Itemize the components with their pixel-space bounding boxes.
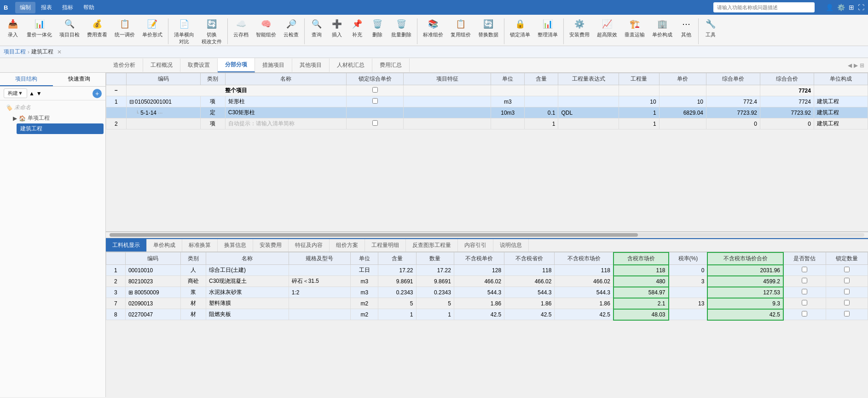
bottom-tab-feature-content[interactable]: 特征及内容 bbox=[289, 239, 330, 252]
sidebar-tab-quick-query[interactable]: 快速查询 bbox=[53, 73, 106, 86]
cell-unit-sub: 10m3 bbox=[491, 107, 525, 118]
bottom-table-container[interactable]: 编码 类别 名称 规格及型号 单位 含量 数量 不含税单价 不含税省价 不含税市… bbox=[106, 252, 868, 398]
tool-unit-compose[interactable]: 🏢 单价构成 bbox=[649, 17, 675, 39]
tab-nav-right[interactable]: ▶ bbox=[854, 62, 858, 69]
bcell-qty-3: 0.2343 bbox=[416, 287, 454, 298]
bottom-row-1[interactable]: 1 00010010 人 综合工日(土建) 工日 17.22 17.22 128… bbox=[106, 265, 868, 276]
lock-checkbox-1[interactable] bbox=[372, 98, 378, 104]
tool-tools[interactable]: 🔧 工具 bbox=[701, 17, 720, 39]
tool-batch-delete[interactable]: 🗑️ 批量删除 bbox=[388, 17, 414, 39]
bottom-tab-unit-compose[interactable]: 单价构成 bbox=[147, 239, 182, 252]
est-checkbox-8[interactable] bbox=[802, 311, 807, 316]
menu-edit[interactable]: 编制 bbox=[15, 2, 35, 13]
tool-sort-clear[interactable]: 📊 整理清单 bbox=[535, 17, 561, 39]
bottom-tab-calc-info[interactable]: 换算信息 bbox=[218, 239, 253, 252]
sidebar-btn-build[interactable]: 构建▼ bbox=[4, 88, 27, 98]
tree-item-construction[interactable]: 建筑工程 bbox=[17, 123, 104, 134]
est-checkbox-3[interactable] bbox=[802, 289, 807, 294]
tab-fee-summary[interactable]: 费用汇总 bbox=[372, 59, 410, 72]
bottom-row-3[interactable]: 3 ⊞ 80050009 浆 水泥抹灰砂浆 1:2 m3 0.2343 0.23… bbox=[106, 287, 868, 298]
tool-check[interactable]: 🔍 项目目检 bbox=[57, 17, 82, 39]
tool-list-orient[interactable]: 📄 清单横向对比 bbox=[171, 17, 197, 46]
locked-checkbox-3[interactable] bbox=[844, 289, 850, 294]
main-table-container[interactable]: 编码 类别 名称 锁定综合单价 项目特征 单位 含量 工程量表达式 工程量 单价… bbox=[106, 73, 868, 232]
est-checkbox-1[interactable] bbox=[802, 267, 807, 272]
breadcrumb-project[interactable]: 项目工程 bbox=[4, 48, 26, 56]
tool-cloud-check[interactable]: 🔎 云检查 bbox=[281, 17, 301, 39]
menu-help[interactable]: 帮助 bbox=[79, 2, 99, 13]
table-row-sub[interactable]: └ 5-1-14 ··· 定 C30矩形柱 10m3 0.1 QDL 1 682… bbox=[106, 107, 868, 118]
tree-item-unnamed[interactable]: 🏷️ 未命名 bbox=[2, 102, 104, 113]
tab-nav-expand[interactable]: ⊞ bbox=[860, 62, 864, 69]
unified-price-icon: 📋 bbox=[118, 18, 131, 30]
bottom-row-7[interactable]: 7 02090013 材 塑料薄膜 m2 5 5 1.86 1.86 1.86 … bbox=[106, 298, 868, 309]
tab-other-items[interactable]: 其他项目 bbox=[292, 59, 330, 72]
sidebar-up-icon[interactable]: ▲ bbox=[29, 90, 35, 97]
tool-copy-group[interactable]: 📋 复用组价 bbox=[448, 17, 474, 39]
tab-cost-analysis[interactable]: 造价分析 bbox=[106, 59, 143, 72]
menu-report[interactable]: 报表 bbox=[36, 2, 57, 13]
tool-super-limit[interactable]: 📈 超高限效 bbox=[594, 17, 620, 39]
grid-icon[interactable]: ⊞ bbox=[849, 4, 854, 11]
tab-nav-left[interactable]: ◀ bbox=[848, 62, 852, 69]
bottom-tab-content-ref[interactable]: 内容引引 bbox=[458, 239, 493, 252]
tool-std-group[interactable]: 📚 标准组价 bbox=[420, 17, 446, 39]
bottom-tab-install-fee[interactable]: 安装费用 bbox=[253, 239, 289, 252]
table-row-1[interactable]: 1 ⊟010502001001 项 矩形柱 m3 10 10 772.4 bbox=[106, 96, 868, 107]
tool-supplement[interactable]: 📌 补充 bbox=[348, 17, 366, 39]
tool-delete[interactable]: 🗑️ 删除 bbox=[368, 17, 387, 39]
tool-others[interactable]: ⋯ 其他 bbox=[677, 17, 695, 39]
locked-checkbox-2[interactable] bbox=[844, 278, 850, 283]
tool-price-unity[interactable]: 📊 量价一体化 bbox=[24, 17, 55, 39]
est-checkbox-7[interactable] bbox=[802, 300, 807, 305]
bottom-row-8[interactable]: 8 02270047 材 阻燃夹板 m2 1 1 42.5 42.5 42.5 … bbox=[106, 309, 868, 320]
locked-checkbox-1[interactable] bbox=[844, 267, 850, 272]
tool-fee-query[interactable]: 💰 费用查看 bbox=[84, 17, 110, 39]
bottom-tab-desc-info[interactable]: 说明信息 bbox=[493, 239, 529, 252]
tool-lock-clear[interactable]: 🔒 锁定清单 bbox=[507, 17, 533, 39]
sidebar-down-icon[interactable]: ▼ bbox=[36, 90, 42, 97]
bottom-tab-reverse-drawing[interactable]: 反查图形工程量 bbox=[406, 239, 458, 252]
tool-unified-price[interactable]: 📋 统一调价 bbox=[112, 17, 138, 39]
tool-cloud-archive[interactable]: ☁️ 云存档 bbox=[231, 17, 251, 39]
tool-switch[interactable]: 🔄 切换税改文件 bbox=[199, 17, 225, 46]
tab-measure-items[interactable]: 措施项目 bbox=[255, 59, 292, 72]
table-row-2[interactable]: 2 项 自动提示：请输入清单简称 1 1 0 0 建筑工程 bbox=[106, 118, 868, 129]
expand-icon[interactable]: ⛶ bbox=[858, 4, 864, 11]
lock-checkbox-2[interactable] bbox=[372, 120, 378, 126]
tab-sub-items[interactable]: 分部分项 bbox=[218, 58, 255, 72]
tool-install-fee[interactable]: ⚙️ 安装费用 bbox=[567, 17, 592, 39]
sidebar-add-icon[interactable]: + bbox=[93, 89, 102, 98]
locked-checkbox-8[interactable] bbox=[844, 311, 850, 316]
locked-checkbox-7[interactable] bbox=[844, 300, 850, 305]
table-row-header[interactable]: － 整个项目 7724 bbox=[106, 85, 868, 96]
tab-labor-machine[interactable]: 人材机汇总 bbox=[330, 59, 372, 72]
tool-vertical-transport[interactable]: 🏗️ 垂直运输 bbox=[622, 17, 648, 39]
main-scrollbar[interactable] bbox=[106, 232, 868, 238]
tab-project-overview[interactable]: 工程概况 bbox=[143, 59, 180, 72]
bottom-tab-labor-machine[interactable]: 工料机显示 bbox=[106, 239, 147, 252]
tab-fee-settings[interactable]: 取费设置 bbox=[180, 59, 218, 72]
bottom-tab-qty-detail[interactable]: 工程量明细 bbox=[365, 239, 406, 252]
est-checkbox-2[interactable] bbox=[802, 278, 807, 283]
bottom-row-2[interactable]: 2 80210023 商砼 C30现浇混凝土 碎石＜31.5 m3 9.8691… bbox=[106, 276, 868, 287]
tool-query[interactable]: 🔍 查询 bbox=[307, 17, 326, 39]
bottom-tab-standard-calc[interactable]: 标准换算 bbox=[182, 239, 218, 252]
collapse-icon-1[interactable]: ⊟ bbox=[129, 99, 134, 105]
bottom-tab-group-plan[interactable]: 组价方案 bbox=[330, 239, 365, 252]
tree-item-single-project[interactable]: ▶ 🏠 单项工程 bbox=[9, 113, 104, 123]
tool-insert[interactable]: ➕ 插入 bbox=[328, 17, 346, 39]
expand-icon-3[interactable]: ⊞ bbox=[128, 289, 133, 296]
tool-import[interactable]: 📥 录入 bbox=[4, 17, 22, 39]
user-icon[interactable]: 👤 bbox=[826, 4, 833, 11]
settings-icon[interactable]: ⚙️ bbox=[837, 4, 845, 11]
menu-index[interactable]: 指标 bbox=[58, 2, 78, 13]
sidebar-tab-project-structure[interactable]: 项目结构 bbox=[0, 73, 53, 86]
tool-smart-price[interactable]: 🧠 智能组价 bbox=[253, 17, 279, 39]
tool-unit-form[interactable]: 📝 单价形式 bbox=[139, 17, 165, 39]
search-input[interactable] bbox=[713, 2, 815, 12]
lock-checkbox-header[interactable] bbox=[372, 87, 378, 93]
breadcrumb-close[interactable]: ✕ bbox=[57, 49, 62, 55]
tool-replace-data[interactable]: 🔄 替换数据 bbox=[475, 17, 501, 39]
top-menu: 编制 报表 指标 帮助 bbox=[15, 2, 99, 13]
